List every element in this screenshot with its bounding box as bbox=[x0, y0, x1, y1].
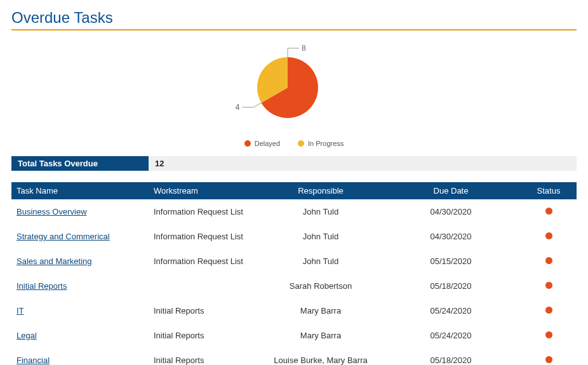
status-dot bbox=[545, 232, 552, 239]
col-header-name: Task Name bbox=[11, 182, 149, 199]
cell-responsible: John Tuld bbox=[260, 203, 381, 220]
table-body: Business OverviewInformation Request Lis… bbox=[11, 199, 577, 365]
cell-status bbox=[521, 302, 577, 319]
task-link[interactable]: IT bbox=[17, 306, 24, 315]
cell-status bbox=[521, 352, 577, 365]
status-dot bbox=[545, 257, 552, 264]
status-dot bbox=[545, 208, 552, 215]
cell-responsible: John Tuld bbox=[260, 228, 381, 245]
table-row: Strategy and CommericalInformation Reque… bbox=[11, 224, 577, 249]
cell-workstream: Information Request List bbox=[149, 228, 260, 245]
col-header-workstream: Workstream bbox=[149, 182, 260, 199]
page-title: Overdue Tasks bbox=[11, 9, 577, 29]
table-row: Business OverviewInformation Request Lis… bbox=[11, 199, 577, 224]
col-header-due: Due Date bbox=[381, 182, 521, 199]
task-link[interactable]: Financial bbox=[17, 355, 50, 365]
chart-legend: Delayed In Progress bbox=[244, 140, 344, 147]
cell-responsible: John Tuld bbox=[260, 253, 381, 270]
cell-status bbox=[521, 203, 577, 220]
table-row: ITInitial ReportsMary Barra05/24/2020 bbox=[11, 298, 577, 323]
cell-workstream: Information Request List bbox=[149, 203, 260, 220]
legend-entry-in-progress: In Progress bbox=[298, 140, 344, 147]
pie-label: 4 bbox=[236, 103, 240, 112]
summary-row: Total Tasks Overdue 12 bbox=[11, 156, 577, 171]
cell-responsible: Mary Barra bbox=[260, 302, 381, 319]
task-link[interactable]: Strategy and Commerical bbox=[17, 232, 110, 241]
cell-workstream: Information Request List bbox=[149, 253, 260, 270]
cell-workstream: Initial Reports bbox=[149, 327, 260, 344]
col-header-status: Status bbox=[521, 182, 577, 199]
table-row: LegalInitial ReportsMary Barra05/24/2020 bbox=[11, 323, 577, 348]
col-header-responsible: Responsible bbox=[260, 182, 381, 199]
cell-responsible: Mary Barra bbox=[260, 327, 381, 344]
legend-label-delayed: Delayed bbox=[255, 140, 280, 147]
status-dot bbox=[545, 282, 552, 289]
cell-status bbox=[521, 228, 577, 245]
legend-swatch-delayed bbox=[244, 140, 251, 147]
cell-due-date: 05/24/2020 bbox=[381, 302, 521, 319]
summary-value: 12 bbox=[149, 156, 170, 171]
cell-workstream: Initial Reports bbox=[149, 352, 260, 365]
task-link[interactable]: Business Overview bbox=[17, 207, 87, 216]
task-link[interactable]: Legal bbox=[17, 331, 37, 340]
cell-status bbox=[521, 253, 577, 270]
legend-swatch-in-progress bbox=[298, 140, 304, 147]
cell-due-date: 05/18/2020 bbox=[381, 277, 521, 295]
legend-label-in-progress: In Progress bbox=[308, 140, 344, 147]
pie-label: 8 bbox=[302, 44, 306, 53]
pie-chart: 84 bbox=[218, 37, 370, 132]
title-rule bbox=[11, 29, 577, 30]
table-header: Task Name Workstream Responsible Due Dat… bbox=[11, 182, 577, 199]
cell-workstream: Initial Reports bbox=[149, 302, 260, 319]
summary-label: Total Tasks Overdue bbox=[11, 156, 149, 171]
cell-due-date: 05/24/2020 bbox=[381, 327, 521, 344]
cell-due-date: 04/30/2020 bbox=[381, 203, 521, 220]
cell-workstream bbox=[149, 277, 260, 295]
cell-status bbox=[521, 327, 577, 344]
pie-chart-container: 84 Delayed In Progress bbox=[11, 37, 577, 147]
cell-responsible: Sarah Robertson bbox=[260, 277, 381, 295]
task-link[interactable]: Sales and Marketing bbox=[17, 256, 92, 266]
cell-responsible: Louise Burke, Mary Barra bbox=[260, 352, 381, 365]
cell-due-date: 05/15/2020 bbox=[381, 253, 521, 270]
cell-due-date: 05/18/2020 bbox=[381, 352, 521, 365]
status-dot bbox=[545, 331, 552, 338]
table-row: FinancialInitial ReportsLouise Burke, Ma… bbox=[11, 348, 577, 365]
table-row: Sales and MarketingInformation Request L… bbox=[11, 249, 577, 274]
task-link[interactable]: Initial Reports bbox=[17, 281, 67, 291]
legend-entry-delayed: Delayed bbox=[244, 140, 280, 147]
table-row: Initial ReportsSarah Robertson05/18/2020 bbox=[11, 274, 577, 298]
cell-due-date: 04/30/2020 bbox=[381, 228, 521, 245]
status-dot bbox=[545, 307, 552, 314]
status-dot bbox=[545, 356, 552, 363]
cell-status bbox=[521, 277, 577, 295]
